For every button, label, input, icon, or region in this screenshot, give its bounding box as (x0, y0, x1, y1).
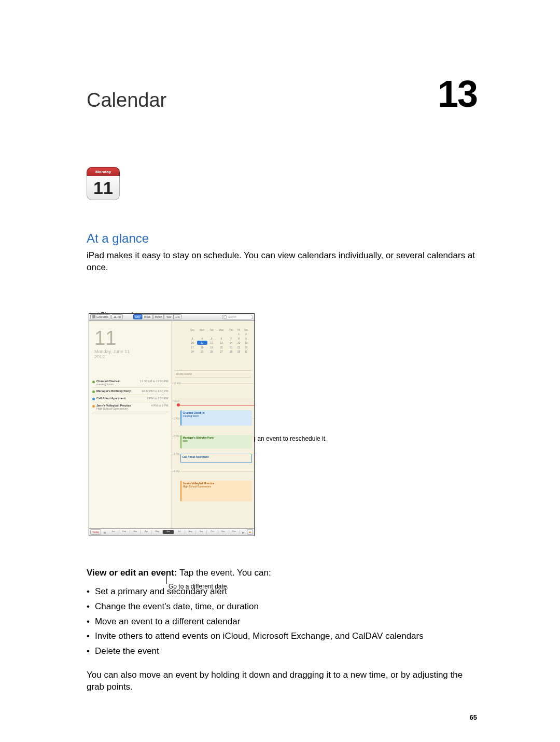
icon-weekday: Monday (87, 167, 120, 176)
calendars-button[interactable]: Calendars (90, 314, 110, 319)
bullet-list: Set a primary and secondary alertChange … (94, 584, 477, 659)
callout-drag-event: Drag an event to reschedule it. (242, 435, 327, 443)
top-toolbar: Calendars (0) DayWeekMonthYearList Searc… (89, 314, 254, 321)
chapter-number: 13 (438, 73, 477, 115)
callout-text: Go to a different date. (169, 583, 229, 591)
day-timeline[interactable]: 11 AMNoon1 PM2 PM3 PM4 PMChannel Check-i… (172, 383, 255, 528)
bullet-item: Set a primary and secondary alert (94, 584, 477, 599)
bullet-item: Change the event's date, time, or durati… (94, 599, 477, 614)
search-input[interactable]: Search (222, 315, 253, 319)
add-event-button[interactable]: + (247, 529, 253, 535)
view-tab-week[interactable]: Week (142, 314, 153, 319)
timeline-event[interactable]: Jenn's Volleyball PracticeHigh School Gy… (180, 481, 253, 501)
view-tab-month[interactable]: Month (153, 314, 164, 319)
callout-text: Drag an event to reschedule it. (242, 435, 327, 443)
list-item[interactable]: Manager's Birthday Party12:30 PM to 1:30… (92, 388, 169, 395)
timeline-event[interactable]: Channel Check-inmeeting room (180, 410, 253, 426)
chapter-header: Calendar 13 (87, 73, 477, 115)
page-number: 65 (470, 713, 477, 721)
month-scrubber[interactable]: JanFebMarAprMayJunJulAugSepOctNovDec (108, 530, 240, 534)
timeline-event[interactable]: Manager's Birthday Partycafe (180, 435, 253, 449)
mini-calendar[interactable]: SunMonTueWedThuFriSat1234567891011121314… (188, 328, 250, 354)
view-tab-day[interactable]: Day (133, 314, 142, 319)
section-heading: At a glance (87, 231, 477, 246)
howto-lead: View or edit an event: (87, 568, 177, 578)
list-item[interactable]: Jenn's Volleyball PracticeHigh School Gy… (92, 402, 169, 412)
bullet-item: Delete the event (94, 644, 477, 659)
howto-lead-paragraph: View or edit an event: Tap the event. Yo… (87, 567, 477, 579)
invitations-inbox-button[interactable]: (0) (111, 314, 123, 319)
callout-goto-date: Go to a different date. (169, 583, 229, 591)
date-year: 2012 (94, 354, 130, 359)
outro-paragraph: You can also move an event by holding it… (87, 669, 477, 693)
event-dot-icon (92, 381, 95, 383)
all-day-row: all-day events (175, 370, 251, 377)
timeline-event[interactable]: Call About Apartment (180, 454, 253, 463)
event-dot-icon (92, 390, 95, 393)
calendar-screenshot: Calendars (0) DayWeekMonthYearList Searc… (89, 313, 255, 536)
event-dot-icon (92, 405, 95, 408)
calendar-figure: Choose a view. View invitations. Change … (87, 313, 356, 536)
list-item[interactable]: Call About Apartment2 PM to 2:30 PM (92, 395, 169, 402)
right-pane: SunMonTueWedThuFriSat1234567891011121314… (172, 321, 255, 528)
search-placeholder: Search (228, 315, 236, 318)
intro-paragraph: iPad makes it easy to stay on schedule. … (87, 250, 477, 274)
date-weekday: Monday, June 11 (94, 349, 130, 354)
event-dot-icon (92, 398, 95, 400)
date-day: 11 (94, 328, 130, 348)
view-segmented-control[interactable]: DayWeekMonthYearList (133, 314, 181, 319)
calendar-app-icon: Monday 11 (87, 167, 120, 200)
howto-text: Tap the event. You can: (177, 568, 271, 578)
left-pane: 11 Monday, June 11 2012 Channel Check-in… (89, 321, 172, 528)
event-list: Channel Check-inmeeting room11:30 AM to … (92, 378, 169, 412)
next-arrow-icon[interactable]: ▶ (242, 530, 245, 534)
icon-day: 11 (87, 176, 120, 200)
prev-arrow-icon[interactable]: ◀ (103, 530, 106, 534)
today-button[interactable]: Today (90, 529, 101, 535)
current-date-display: 11 Monday, June 11 2012 (94, 328, 130, 359)
bullet-item: Move an event to a different calendar (94, 614, 477, 629)
chapter-title: Calendar (87, 89, 166, 111)
view-tab-list[interactable]: List (174, 314, 182, 319)
list-item[interactable]: Channel Check-inmeeting room11:30 AM to … (92, 378, 169, 388)
bottom-toolbar: Today ◀ JanFebMarAprMayJunJulAugSepOctNo… (89, 528, 254, 536)
bullet-item: Invite others to attend events on iCloud… (94, 629, 477, 644)
view-tab-year[interactable]: Year (164, 314, 173, 319)
